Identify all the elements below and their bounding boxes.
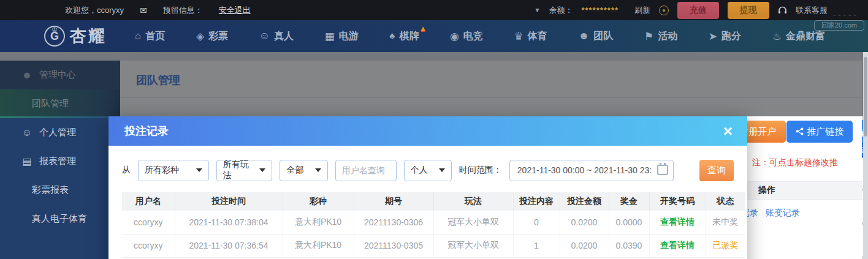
lottery-type-select[interactable]: 所有彩种 xyxy=(138,160,209,181)
nav-label: 团队 xyxy=(593,30,613,43)
recharge-button[interactable]: 充值 xyxy=(677,2,719,19)
sidebar-item-label: 彩票报表 xyxy=(32,184,69,196)
brand-emblem-icon: ♔ G xyxy=(44,26,65,47)
cell-bonus: 0.0390 xyxy=(609,234,649,257)
modal-dim-overlay xyxy=(0,52,868,116)
col-draw-number: 开奖号码 xyxy=(649,192,706,211)
balance-chevron-icon[interactable]: ▼ xyxy=(535,7,541,13)
chevron-down-icon xyxy=(196,168,202,172)
col-lottery: 彩种 xyxy=(283,192,354,211)
reserved-info-label: 预留信息： xyxy=(163,5,203,16)
nav-item-home[interactable]: ⌂ 首页 xyxy=(135,30,165,43)
cell-issue: 20211130-0305 xyxy=(354,234,433,257)
promo-link-button[interactable]: 推广链接 xyxy=(786,121,853,143)
close-icon[interactable]: × xyxy=(723,123,733,139)
hot-flame-icon: ▲ xyxy=(419,24,427,33)
filter-bar: 从 所有彩种 所有玩法 全部 个人 时间范围： xyxy=(122,159,734,181)
col-username: 用户名 xyxy=(122,192,175,211)
person-icon: ☺ xyxy=(21,127,33,138)
cell-content: 0 xyxy=(513,211,560,234)
search-button[interactable]: 查询 xyxy=(699,160,734,181)
nav-item-lottery[interactable]: ◈ 彩票 xyxy=(196,30,228,43)
scrollbar-thumb[interactable] xyxy=(864,57,867,137)
card-game-icon: ♠ xyxy=(389,30,395,42)
nav-item-chess[interactable]: ♠ 棋牌 ▲ xyxy=(389,30,419,43)
nav-label: 体育 xyxy=(528,30,547,43)
cell-issue: 20211130-0306 xyxy=(354,211,433,234)
live-person-icon: ☺ xyxy=(259,30,270,42)
watermark-squiggle: ~~~~~ xyxy=(832,11,858,20)
username-search-input[interactable] xyxy=(335,160,397,181)
lottery-icon: ◈ xyxy=(196,30,204,43)
view-detail-link[interactable]: 查看详情 xyxy=(660,217,695,227)
time-range-input[interactable] xyxy=(509,160,674,181)
nav-item-paofen[interactable]: ➤ 跑分 xyxy=(709,30,741,43)
refresh-button[interactable]: 刷新 xyxy=(634,5,650,16)
bet-records-modal: 投注记录 × 从 所有彩种 所有玩法 全部 个 xyxy=(108,116,747,259)
nav-label: 首页 xyxy=(145,30,165,43)
person-select[interactable]: 个人 xyxy=(404,160,452,181)
cell-lottery: 意大利PK10 xyxy=(283,211,354,234)
cell-play: 冠军大小单双 xyxy=(433,211,513,234)
nav-item-live[interactable]: ☺ 真人 xyxy=(259,30,294,43)
view-detail-link[interactable]: 查看详情 xyxy=(660,240,695,250)
col-status: 状态 xyxy=(706,192,745,211)
headset-icon xyxy=(778,6,787,15)
withdraw-button[interactable]: 提现 xyxy=(728,2,769,19)
vertical-scrollbar[interactable] xyxy=(863,52,868,259)
sidebar-item-live-esports-report[interactable]: 真人电子体育 xyxy=(0,205,120,233)
nav-label: 真人 xyxy=(274,30,294,43)
col-bonus: 奖金 xyxy=(609,192,649,211)
team-people-icon: ☻ xyxy=(578,30,589,42)
eye-icon[interactable]: ● xyxy=(659,6,669,15)
cell-bet-time: 2021-11-30 07:36:54 xyxy=(175,234,283,257)
calendar-icon[interactable] xyxy=(657,165,668,175)
watermark-text: 回家20.com xyxy=(821,21,857,29)
contact-service-link[interactable]: 联系客服 xyxy=(796,5,828,16)
nav-item-team[interactable]: ☻ 团队 xyxy=(578,30,613,43)
status-badge: 未中奖 xyxy=(712,217,738,227)
share-icon xyxy=(796,127,804,137)
promo-link-label: 推广链接 xyxy=(807,126,844,138)
col-amount: 投注金额 xyxy=(560,192,609,211)
bet-records-table: 用户名 投注时间 彩种 期号 玩法 投注内容 投注金额 奖金 开奖号码 状态 xyxy=(122,192,745,258)
main-nav: ♔ G 杏耀 ⌂ 首页 ◈ 彩票 ☺ 真人 ▦ 电游 ♠ xyxy=(0,20,868,52)
chevron-down-icon xyxy=(439,168,445,172)
nav-item-egames[interactable]: ▦ 电游 xyxy=(325,30,359,43)
table-row: ccoryxy 2021-11-30 07:38:04 意大利PK10 2021… xyxy=(122,211,745,234)
table-row: ccoryxy 2021-11-30 07:36:54 意大利PK10 2021… xyxy=(122,234,745,257)
col-bet-time: 投注时间 xyxy=(175,192,283,211)
nav-item-activity[interactable]: ⚑ 活动 xyxy=(644,30,677,43)
time-range-wrap xyxy=(509,160,674,181)
watermark-box: ~~~~~ 回家20.com xyxy=(814,20,864,31)
cell-bonus: 0.0000 xyxy=(609,211,649,234)
edit-note-text: 注：可点击标题修改推 xyxy=(752,157,838,168)
modal-title: 投注记录 xyxy=(124,124,169,138)
account-change-link[interactable]: 账变记录 xyxy=(766,208,800,219)
sidebar-item-label: 真人电子体育 xyxy=(32,213,87,225)
scope-value: 全部 xyxy=(286,165,303,176)
status-badge: 已派奖 xyxy=(712,240,738,250)
mail-icon[interactable]: ✉ xyxy=(140,6,147,15)
nav-label: 电竞 xyxy=(463,30,483,43)
brand-logo[interactable]: ♔ G 杏耀 xyxy=(44,25,107,47)
col-content: 投注内容 xyxy=(513,192,560,211)
nav-label: 活动 xyxy=(658,30,677,43)
modal-body: 从 所有彩种 所有玩法 全部 个人 时间范围： xyxy=(108,159,747,258)
gift-icon: ⚑ xyxy=(644,30,653,43)
nav-label: 电游 xyxy=(339,30,359,43)
logout-link[interactable]: 安全退出 xyxy=(219,5,251,16)
cell-amount: 0.0200 xyxy=(560,211,609,234)
nav-item-sports[interactable]: ♛ 体育 xyxy=(514,30,547,43)
sidebar-item-report-management[interactable]: ▤ 报表管理 xyxy=(0,147,120,176)
scope-select[interactable]: 全部 xyxy=(280,160,327,181)
home-icon: ⌂ xyxy=(135,30,141,42)
person-value: 个人 xyxy=(411,165,428,176)
chevron-down-icon xyxy=(315,168,321,172)
nav-item-golden-wealth[interactable]: ♨ 金鼎财富 xyxy=(772,30,825,43)
play-type-select[interactable]: 所有玩法 xyxy=(216,160,273,181)
nav-item-esports[interactable]: ◉ 电竞 xyxy=(450,30,483,43)
sidebar-item-lottery-report[interactable]: 彩票报表 xyxy=(0,176,120,205)
sidebar-item-personal-management[interactable]: ☺ 个人管理 xyxy=(0,118,120,147)
cell-play: 冠军大小单双 xyxy=(433,234,513,257)
